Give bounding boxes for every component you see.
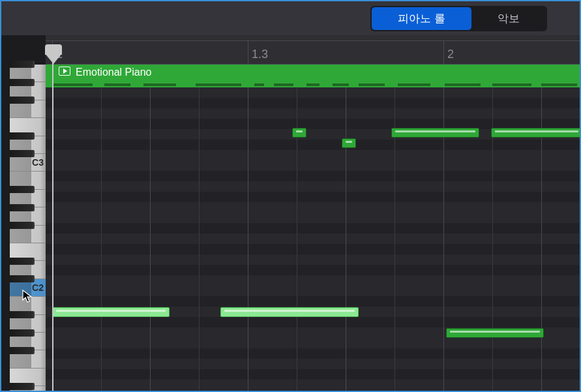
midi-note[interactable] [446,328,544,338]
grid-row [46,192,580,202]
grid-row [46,181,580,192]
black-key[interactable] [10,186,35,193]
grid-vline [248,87,248,391]
grid-row [46,234,580,244]
midi-note[interactable] [220,307,359,317]
grid-row [46,202,580,213]
region-mini-note [398,83,430,86]
region-mini-note [53,83,93,86]
key-label: C3 [32,157,44,168]
grid-row [46,171,580,181]
region-mini-note [254,83,264,86]
view-mode-tabs: 피아노 롤 악보 [370,6,547,31]
grid-row [46,369,580,380]
grid-vline [346,87,346,391]
region-mini-note [143,83,176,86]
black-key[interactable] [10,222,35,229]
grid-row [46,223,580,234]
region-mini-note [541,83,577,86]
ruler-mark [443,41,444,64]
grid-row [46,140,580,150]
grid-vline [199,87,200,391]
midi-note[interactable] [52,307,170,317]
ruler-label: 2 [447,48,454,61]
region-mini-note [306,83,320,86]
cursor-icon [22,290,34,304]
black-key[interactable] [10,275,35,282]
black-key[interactable] [10,150,35,157]
grid-row [46,380,580,390]
region-mini-note [445,83,481,86]
grid-row [46,98,580,108]
tab-score[interactable]: 악보 [471,7,546,30]
grid-vline [150,87,151,391]
region-header[interactable]: Emotional Piano [46,65,580,87]
grid-row [46,348,580,359]
grid-row [46,108,580,119]
grid-row [46,213,580,223]
midi-note[interactable] [292,128,306,138]
black-key[interactable] [10,258,35,265]
black-key[interactable] [10,383,35,390]
grid-row [46,286,580,296]
region-mini-note [492,83,531,86]
grid-vline [101,87,102,391]
grid-row [46,160,580,171]
grid-row [46,359,580,369]
grid-row [46,87,580,98]
midi-note[interactable] [391,128,479,138]
playhead[interactable] [45,53,62,64]
grid-row [46,265,580,275]
top-toolbar: 피아노 롤 악보 [1,1,580,35]
black-key[interactable] [10,347,35,354]
timeline-ruler[interactable]: 11.32 [46,35,580,65]
grid-row [46,254,580,265]
region-mini-note [196,83,241,86]
midi-note[interactable] [342,138,356,148]
piano-keyboard[interactable]: C3C2 [1,35,46,391]
grid-row [46,150,580,160]
ruler-label: 1.3 [252,48,268,61]
black-key[interactable] [10,79,35,86]
region-title: Emotional Piano [76,67,152,78]
grid-row [46,338,580,348]
timeline-area: 11.32 Emotional Piano [46,35,580,391]
region-mini-note [333,83,349,86]
grid-row [46,244,580,254]
grid-row [46,317,580,327]
region-mini-note [104,83,130,86]
black-key[interactable] [10,132,35,140]
ruler-mark [248,41,248,64]
note-grid[interactable] [46,87,580,391]
black-key[interactable] [10,329,35,337]
black-key[interactable] [10,311,35,318]
tab-piano-roll[interactable]: 피아노 롤 [372,7,471,30]
black-key[interactable] [10,204,35,211]
midi-note[interactable] [491,128,581,138]
grid-row [46,296,580,307]
black-key[interactable] [10,97,35,104]
editor-container: C3C2 11.32 Emotional Piano [1,35,580,391]
region-mini-note [274,83,293,86]
grid-row [46,275,580,286]
region-mini-note [359,83,385,86]
play-icon [59,67,70,76]
black-key[interactable] [10,61,35,68]
